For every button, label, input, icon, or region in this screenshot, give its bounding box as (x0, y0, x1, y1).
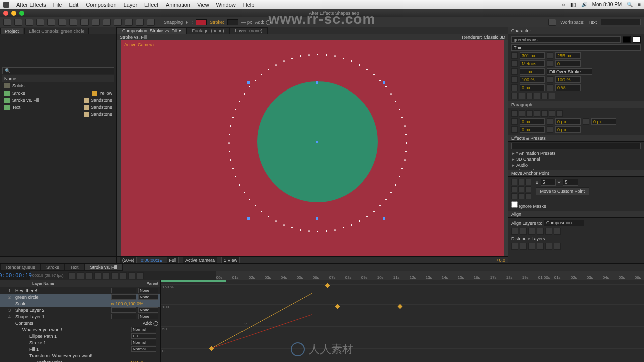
tl-shy-icon[interactable] (94, 272, 101, 279)
label-swatch[interactable] (84, 112, 89, 117)
tl-frameblend-icon[interactable] (103, 272, 110, 279)
tab-strokevsfill[interactable]: Stroke vs. Fill (85, 264, 123, 271)
roto-tool-icon[interactable] (136, 19, 144, 26)
layer-row[interactable]: Stroke 1Normal (0, 339, 160, 346)
indent-left-input[interactable]: 0 px (520, 118, 545, 125)
menu-window[interactable]: Window (216, 2, 236, 8)
align-center-icon[interactable] (519, 110, 525, 117)
stroke-color-swatch[interactable] (623, 36, 631, 43)
workspace-icon[interactable] (548, 19, 556, 26)
views-select[interactable]: 1 View (221, 257, 240, 263)
tab-effect-controls[interactable]: Effect Controls: green circle (24, 28, 89, 34)
font-family-select[interactable]: greenbeans (511, 36, 621, 43)
time-ruler[interactable]: 00s01s02s03s04s05s06s07s08s09s10s11s12s1… (216, 271, 644, 280)
fillover-select[interactable]: Fill Over Stroke (547, 68, 592, 75)
tab-project[interactable]: Project (0, 28, 23, 34)
menu-effect[interactable]: Effect (144, 2, 158, 8)
apple-icon[interactable] (3, 2, 9, 8)
anchor-icon[interactable] (316, 141, 318, 143)
project-item-text[interactable]: TextSandstone (2, 104, 114, 111)
anchor-grid[interactable] (511, 179, 531, 199)
align-left-icon[interactable] (511, 228, 518, 235)
effects-presets-header[interactable]: Effects & Presets (508, 135, 644, 142)
align-hcenter-icon[interactable] (520, 228, 527, 235)
layer-row[interactable]: 3Shape Layer 2None (0, 307, 160, 313)
indent-right-input[interactable]: 0 px (555, 118, 581, 125)
align-left-icon[interactable] (511, 110, 518, 117)
menu-layer[interactable]: Layer (124, 2, 138, 8)
sub-icon[interactable] (549, 93, 555, 99)
indent-first-input[interactable]: 0 px (591, 118, 616, 125)
font-weight-select[interactable]: Thin (511, 44, 641, 51)
align-top-icon[interactable] (537, 228, 544, 235)
effects-search-input[interactable] (511, 143, 641, 149)
vscale-input[interactable]: 100 % (520, 76, 545, 83)
app-name[interactable]: After Effects (16, 2, 46, 8)
strokew-input[interactable]: — px (520, 68, 545, 75)
space-before-input[interactable]: 0 px (520, 126, 545, 133)
align-right-icon[interactable] (526, 110, 533, 117)
renderer-label[interactable]: Renderer: Classic 3D (462, 35, 505, 40)
pen-tool-icon[interactable] (80, 19, 89, 26)
tsume-input[interactable]: 0 % (555, 84, 581, 91)
type-tool-icon[interactable] (92, 19, 100, 26)
anchor-x-input[interactable]: 5 (541, 179, 556, 186)
canvas[interactable]: Active Camera (121, 40, 504, 256)
handle-icon[interactable] (316, 217, 318, 220)
handle-icon[interactable] (247, 217, 250, 220)
character-panel-header[interactable]: Character (508, 27, 644, 34)
col-layer-name[interactable]: Layer Name (32, 281, 54, 286)
puppet-tool-icon[interactable] (147, 19, 155, 26)
dist-bottom-icon[interactable] (528, 243, 535, 250)
comp-name[interactable]: Stroke vs. Fill (120, 35, 147, 40)
layer-row[interactable]: Whatever you want!Normal (0, 326, 160, 333)
menu-file[interactable]: File (53, 2, 62, 8)
shape-tool-icon[interactable] (69, 19, 77, 26)
fill-swatch[interactable] (196, 19, 207, 25)
hscale-input[interactable]: 100 % (555, 76, 581, 83)
fx-category[interactable]: ▸* Animation Presets (508, 150, 644, 156)
space-after-input[interactable]: 0 px (555, 126, 581, 133)
tab-composition[interactable]: Composition: Stroke vs. Fill ▾ (117, 27, 187, 34)
italic-icon[interactable] (519, 93, 525, 99)
layer-row[interactable]: Transform: Whatever you want! (0, 352, 160, 359)
minimize-icon[interactable] (11, 11, 16, 16)
project-item-extra[interactable]: Sandstone (2, 111, 114, 118)
clock[interactable]: Mon 8:30 PM (592, 2, 622, 7)
camera-select[interactable]: Active Camera (183, 257, 217, 263)
dist-hcenter-icon[interactable] (545, 243, 552, 250)
move-anchor-header[interactable]: Move Anchor Point (508, 170, 644, 177)
rotate-tool-icon[interactable] (36, 19, 44, 26)
project-search-input[interactable]: 🔍 (2, 67, 114, 74)
project-item-solids[interactable]: Solids (2, 82, 114, 89)
stroke-width[interactable]: — px (242, 20, 252, 25)
label-swatch[interactable] (84, 98, 89, 103)
col-parent[interactable]: Parent (146, 281, 158, 286)
justify-all-icon[interactable] (556, 110, 563, 117)
zoom-select[interactable]: (50%) (120, 257, 137, 263)
layer-row[interactable]: 2green circleNone (0, 294, 160, 300)
handle-icon[interactable] (383, 217, 385, 220)
move-custom-button[interactable]: Move to Custom Point (536, 187, 590, 195)
tab-stroke[interactable]: Stroke (41, 264, 65, 271)
brush-tool-icon[interactable] (103, 19, 111, 26)
super-icon[interactable] (541, 93, 548, 99)
timecode-display[interactable]: 0:00:00:19 (141, 258, 163, 263)
tab-text[interactable]: Text (65, 264, 85, 271)
battery-icon[interactable]: ▮▯ (570, 2, 576, 7)
handle-icon[interactable] (383, 81, 385, 84)
layer-row[interactable]: Scale∞ 100.0,100.0% (0, 300, 160, 307)
project-item-stroke[interactable]: StrokeYellow (2, 89, 114, 97)
justify-right-icon[interactable] (549, 110, 555, 117)
menu-view[interactable]: View (197, 2, 209, 8)
label-swatch[interactable] (84, 105, 89, 110)
layer-row[interactable]: 4Shape Layer 1None (0, 313, 160, 320)
ignore-masks-checkbox[interactable] (511, 201, 518, 208)
tracking-input[interactable]: 0 (555, 60, 581, 67)
workspace-select[interactable]: Text (588, 20, 597, 25)
timeline-timecode[interactable]: 0:00:00:19 (0, 271, 30, 280)
add-menu[interactable]: Add: ◯ (255, 20, 271, 25)
menu-composition[interactable]: Composition (86, 2, 116, 8)
layer-row[interactable]: ContentsAdd: ◯ (0, 320, 160, 326)
tab-layer[interactable]: Layer: (none) (230, 27, 268, 34)
